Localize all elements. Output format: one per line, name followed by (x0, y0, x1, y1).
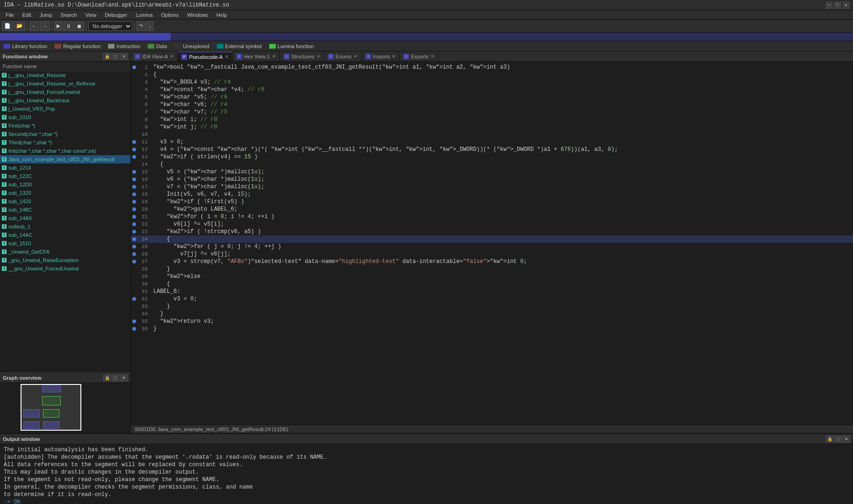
menu-item-windows[interactable]: Windows (183, 11, 212, 19)
code-line[interactable]: 12 v4 = ("kw">const "kw">char *)(*( "kw"… (131, 146, 853, 153)
toolbar-new[interactable]: 📄 (2, 21, 13, 31)
function-item[interactable]: fnullsub_1 (0, 222, 130, 231)
function-item[interactable]: fsub_14A0 (0, 214, 130, 222)
code-line[interactable]: 13 "kw2">if ( strlen(v4) == 15 ) (131, 153, 853, 161)
output-content[interactable]: The initial autoanalysis has been finish… (0, 444, 853, 504)
code-line[interactable]: 31LABEL_6: (131, 288, 853, 295)
tab-ida-view-a[interactable]: IIDA View-A✕ (131, 51, 178, 61)
tab-close-button[interactable]: ✕ (225, 54, 229, 59)
code-line[interactable]: 14 { (131, 161, 853, 168)
output-close-button[interactable]: ✕ (843, 436, 850, 442)
tab-imports[interactable]: IImports✕ (362, 51, 400, 61)
menu-item-view[interactable]: View (81, 11, 100, 19)
code-line[interactable]: 30 { (131, 280, 853, 288)
toolbar-step-into[interactable]: ↓ (146, 21, 154, 31)
function-item[interactable]: fsub_1010 (0, 113, 130, 121)
toolbar-back[interactable]: ← (29, 21, 39, 31)
debugger-select[interactable]: No debugger (88, 21, 132, 31)
functions-list[interactable]: fj__gnu_Unwind_Resumefj__gnu_Unwind_Resu… (0, 71, 130, 372)
function-item[interactable]: fInit(char *,char *,char *,char const*,i… (0, 147, 130, 155)
function-item[interactable]: fFirst(char *) (0, 121, 130, 130)
function-item[interactable]: fj__gnu_Unwind_Backtrace (0, 96, 130, 105)
code-line[interactable]: 35 "kw2">return v3; (131, 318, 853, 325)
function-item[interactable]: fsub_1214 (0, 163, 130, 172)
code-line[interactable]: 36} (131, 325, 853, 333)
function-item[interactable]: fj__gnu_Unwind_Resume_or_Rethrow (0, 79, 130, 88)
minimize-button[interactable]: — (826, 2, 832, 8)
code-line[interactable]: 16 v6 = ("kw">char *)malloc(1u); (131, 176, 853, 183)
menu-item-search[interactable]: Search (57, 11, 81, 19)
toolbar-run[interactable]: ▶ (54, 21, 63, 31)
code-line[interactable]: 20 "kw2">goto LABEL_6; (131, 206, 853, 213)
menu-item-debugger[interactable]: Debugger (101, 11, 131, 19)
code-line[interactable]: 27 v3 = strcmp(v7, "AFBo")"selected-text… (131, 258, 853, 265)
toolbar-forward[interactable]: → (40, 21, 50, 31)
function-item[interactable]: fsub_1420 (0, 197, 130, 206)
code-line[interactable]: 9 "kw">int j; // r0 (131, 123, 853, 131)
code-line[interactable]: 19 "kw2">if ( !First(v5) ) (131, 198, 853, 206)
tab-close-button[interactable]: ✕ (170, 54, 173, 59)
tab-pseudocode-a[interactable]: PPseudocode-A✕ (178, 51, 232, 61)
function-item[interactable]: f_Unwind_GetCFA (0, 248, 130, 256)
panel-close-button[interactable]: ✕ (120, 53, 128, 60)
code-line[interactable]: 28 } (131, 265, 853, 273)
code-line[interactable]: 18 Init(v5, v6, v7, v4, 15); (131, 191, 853, 198)
tab-exports[interactable]: IExports✕ (400, 51, 438, 61)
function-item[interactable]: fj__gnu_Unwind_ForcedUnwind (0, 88, 130, 96)
code-line[interactable]: 22 v6[i] ^= v5[i]; (131, 220, 853, 228)
code-line[interactable]: 3 "kw">_BOOL4 v3; // r4 (131, 78, 853, 86)
code-line[interactable]: 32 v3 = 0; (131, 295, 853, 303)
function-item[interactable]: fSecond(char *,char *) (0, 130, 130, 138)
graph-viewport[interactable] (21, 384, 81, 431)
code-line[interactable]: 33 } (131, 303, 853, 310)
panel-lock-button[interactable]: 🔒 (103, 53, 111, 60)
code-editor[interactable]: 1"kw">bool "kw">__fastcall Java_com_exam… (131, 62, 853, 425)
code-line[interactable]: 8 "kw">int i; // r0 (131, 116, 853, 123)
function-item[interactable]: fsub_1510 (0, 239, 130, 248)
maximize-button[interactable]: □ (834, 2, 841, 8)
function-item[interactable]: fJava_com_example_test_ctf03_JNI_getResu… (0, 155, 130, 163)
menu-item-options[interactable]: Options (158, 11, 183, 19)
code-line[interactable]: 24 { (131, 235, 853, 243)
function-item[interactable]: fsub_122C (0, 172, 130, 180)
menu-item-jump[interactable]: Jump (36, 11, 56, 19)
graph-close-button[interactable]: ✕ (120, 375, 128, 381)
tab-enums[interactable]: IEnums✕ (324, 51, 362, 61)
graph-lock-button[interactable]: 🔒 (103, 375, 111, 381)
code-line[interactable]: 15 v5 = ("kw">char *)malloc(1u); (131, 168, 853, 176)
toolbar-open[interactable]: 📂 (14, 21, 25, 31)
code-line[interactable]: 1"kw">bool "kw">__fastcall Java_com_exam… (131, 64, 853, 71)
menu-item-edit[interactable]: Edit (19, 11, 35, 19)
function-item[interactable]: fThird(char *,char *) (0, 138, 130, 147)
tab-close-button[interactable]: ✕ (392, 54, 395, 59)
panel-restore-button[interactable]: □ (112, 53, 119, 60)
function-item[interactable]: fsub_148C (0, 206, 130, 214)
output-lock-button[interactable]: 🔒 (826, 436, 833, 442)
code-line[interactable]: 21 "kw2">for ( i = 0; i != 4; ++i ) (131, 213, 853, 220)
code-line[interactable]: 2{ (131, 71, 853, 78)
code-line[interactable]: 11 v3 = 0; (131, 138, 853, 146)
tab-structures[interactable]: IStructures✕ (280, 51, 324, 61)
function-item[interactable]: fsub_14AC (0, 231, 130, 239)
code-line[interactable]: 7 "kw">char *v7; // r5 (131, 108, 853, 116)
code-line[interactable]: 23 "kw2">if ( !strcmp(v6, a5) ) (131, 228, 853, 235)
tab-close-button[interactable]: ✕ (430, 54, 434, 59)
graph-restore-button[interactable]: □ (112, 375, 119, 381)
code-line[interactable]: 29 "kw2">else (131, 273, 853, 280)
function-item[interactable]: fsub_12D0 (0, 180, 130, 189)
tab-hex-view-1[interactable]: IHex View-1✕ (233, 51, 280, 61)
tab-close-button[interactable]: ✕ (272, 54, 276, 59)
close-button[interactable]: ✕ (843, 2, 849, 8)
code-line[interactable]: 10 (131, 131, 853, 138)
tab-close-button[interactable]: ✕ (316, 54, 320, 59)
code-line[interactable]: 6 "kw">char *v6; // r4 (131, 101, 853, 108)
menu-item-file[interactable]: File (2, 11, 18, 19)
output-restore-button[interactable]: □ (834, 436, 842, 442)
code-line[interactable]: 25 "kw2">for ( j = 0; j != 4; ++j ) (131, 243, 853, 250)
function-item[interactable]: f__gnu_Unwind_ForcedUnwind (0, 264, 130, 273)
code-line[interactable]: 26 v7[j] ^= v6[j]; (131, 250, 853, 258)
code-line[interactable]: 4 "kw">const "kw">char *v4; // r8 (131, 86, 853, 93)
toolbar-step-over[interactable]: ↷ (136, 21, 145, 31)
code-line[interactable]: 5 "kw">char *v5; // r6 (131, 93, 853, 101)
function-item[interactable]: fsub_1320 (0, 189, 130, 197)
